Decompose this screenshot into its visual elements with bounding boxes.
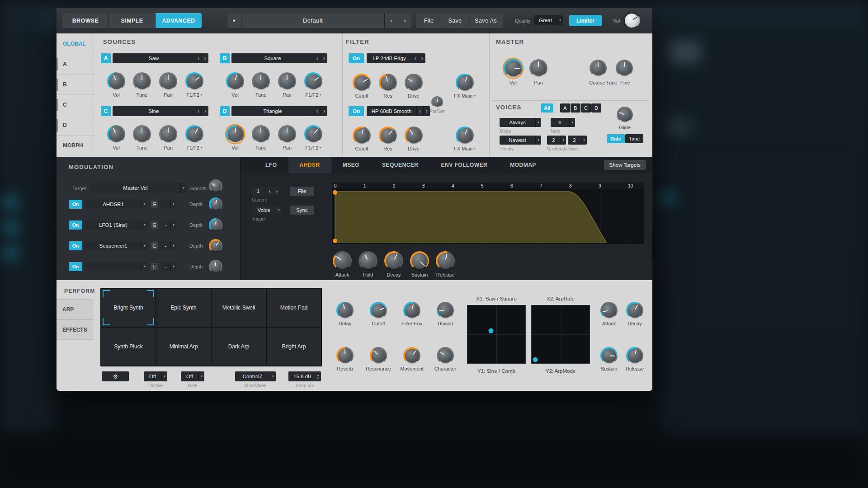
- source-d-f1f2-knob[interactable]: [304, 125, 322, 143]
- file-button[interactable]: File: [416, 13, 442, 28]
- mod-row4-curve-select[interactable]: - ▾: [161, 262, 176, 271]
- voices-num-select[interactable]: 6 ▾: [551, 118, 575, 127]
- filter2-cutoff-knob[interactable]: [353, 127, 371, 145]
- voices-scope-a[interactable]: A: [560, 103, 570, 113]
- source-b-pan-knob[interactable]: [278, 72, 296, 90]
- envelope-ruler[interactable]: 0 1 2 3 4 5 6 7 8 9 10: [332, 183, 644, 189]
- source-b-f1f2-select[interactable]: F1/F2▾: [305, 92, 321, 98]
- quality-select[interactable]: Great ▾: [534, 15, 563, 25]
- filter1-fx-routing-knob[interactable]: [456, 74, 474, 92]
- mod-row2-source-select[interactable]: LFO1 (Sine) ▾: [85, 221, 147, 230]
- tab-modmap[interactable]: MODMAP: [499, 157, 547, 173]
- source-a-tune-knob[interactable]: [133, 72, 151, 90]
- preset-name[interactable]: Default: [241, 13, 384, 28]
- filter2-drive-knob[interactable]: [405, 127, 423, 145]
- xy-dot[interactable]: [533, 357, 538, 362]
- prev-icon[interactable]: ‹: [416, 106, 423, 116]
- source-a-pan-knob[interactable]: [159, 72, 177, 90]
- macro-reverb-knob[interactable]: [336, 347, 354, 364]
- ahdsr-sync-button[interactable]: Sync: [290, 206, 314, 215]
- tab-advanced[interactable]: ADVANCED: [156, 13, 202, 28]
- source-b-f1f2-knob[interactable]: [304, 72, 322, 90]
- master-pan-knob[interactable]: [529, 59, 547, 77]
- filter2-fx-routing-knob[interactable]: [456, 127, 474, 145]
- filter2-fx-select[interactable]: FX Main▾: [454, 146, 475, 151]
- voices-priority-select[interactable]: Newest ▾: [500, 136, 541, 145]
- envelope-shape[interactable]: [335, 192, 606, 242]
- ahdsr-index-value[interactable]: 1: [252, 187, 264, 196]
- tab-lfo[interactable]: LFO: [254, 157, 288, 173]
- mod-row3-source-select[interactable]: Sequencer1 ▾: [85, 241, 147, 250]
- next-icon[interactable]: ›: [423, 106, 430, 116]
- source-b-vol-knob[interactable]: [226, 72, 244, 90]
- prev-icon[interactable]: ‹: [195, 53, 202, 63]
- mod-row2-on-button[interactable]: On: [69, 221, 82, 230]
- glide-rate-button[interactable]: Rate: [607, 134, 625, 143]
- perform-pad[interactable]: Bright Arp: [267, 328, 321, 366]
- source-a-wave-select[interactable]: Saw ‹ ›: [113, 53, 208, 63]
- next-icon[interactable]: ›: [321, 53, 327, 63]
- mod-row1-curve-select[interactable]: - ▾: [161, 200, 176, 209]
- bend-down-select[interactable]: 2 ▾: [568, 136, 587, 145]
- macro-resonance-knob[interactable]: [370, 347, 387, 364]
- source-d-wave-select[interactable]: Triangle ‹ ›: [231, 106, 327, 116]
- macro-movement-knob[interactable]: [403, 347, 420, 364]
- modwheel-select[interactable]: Control7 ▾: [235, 371, 276, 381]
- header-volume-knob[interactable]: [623, 12, 640, 29]
- nav-source-a[interactable]: A: [57, 54, 94, 74]
- macro-filter-env-knob[interactable]: [403, 302, 420, 319]
- voices-mode-select[interactable]: Always ▾: [500, 118, 541, 127]
- filter1-cutoff-knob[interactable]: [353, 74, 371, 92]
- mod-row4-source-select[interactable]: ▾: [85, 262, 147, 271]
- source-d-vol-knob[interactable]: [226, 125, 244, 143]
- perform-decay-knob[interactable]: [626, 302, 643, 319]
- bend-up-select[interactable]: 2 ▾: [547, 136, 566, 145]
- voices-scope-b[interactable]: B: [571, 103, 580, 113]
- mod-row2-curve-select[interactable]: - ▾: [161, 221, 176, 230]
- perform-pad[interactable]: Synth Pluck: [101, 328, 156, 366]
- source-a-vol-knob[interactable]: [107, 72, 125, 90]
- prev-icon[interactable]: ‹: [314, 106, 321, 116]
- next-icon[interactable]: ›: [321, 106, 327, 116]
- source-c-vol-knob[interactable]: [107, 125, 125, 143]
- perform-pad[interactable]: Motion Pad: [267, 289, 321, 327]
- next-icon[interactable]: ›: [419, 53, 425, 63]
- filter2-res-knob[interactable]: [379, 127, 397, 145]
- ahdsr-attack-knob[interactable]: [333, 251, 352, 270]
- mod-row2-edit-button[interactable]: E: [151, 221, 158, 229]
- nav-source-c[interactable]: C: [57, 94, 94, 115]
- mod-row1-depth-knob[interactable]: [209, 197, 222, 211]
- ahdsr-next-button[interactable]: ›: [274, 187, 280, 196]
- xy-pad-2[interactable]: [531, 305, 590, 364]
- mod-row4-edit-button[interactable]: E: [151, 263, 158, 270]
- filter1-type-select[interactable]: LP 24dB Edgy ‹ ›: [367, 53, 425, 63]
- ahdsr-decay-knob[interactable]: [384, 251, 403, 270]
- perform-sustain-knob[interactable]: [600, 347, 618, 364]
- mod-row1-on-button[interactable]: On: [69, 200, 82, 209]
- filter1-res-knob[interactable]: [379, 74, 397, 92]
- source-b-wave-select[interactable]: Square ‹ ›: [231, 53, 327, 63]
- mod-row1-source-select[interactable]: AHDSR1 ▾: [85, 200, 147, 209]
- perform-pad[interactable]: Metallic Swell: [212, 289, 266, 327]
- stepper-arrows[interactable]: ▲▼: [315, 371, 321, 381]
- prev-icon[interactable]: ‹: [412, 53, 419, 63]
- source-a-f1f2-select[interactable]: F1/F2▾: [186, 92, 202, 98]
- source-a-f1f2-knob[interactable]: [185, 72, 203, 90]
- master-fine-tune-knob[interactable]: [616, 60, 633, 77]
- source-c-f1f2-knob[interactable]: [185, 125, 203, 143]
- master-vol-knob[interactable]: [504, 59, 523, 78]
- source-c-tune-knob[interactable]: [133, 125, 151, 143]
- filter1-fx-select[interactable]: FX Main▾: [454, 93, 475, 99]
- mod-row3-curve-select[interactable]: - ▾: [161, 241, 176, 250]
- mod-row4-on-button[interactable]: On: [69, 262, 82, 271]
- mod-target-select[interactable]: Master Vol ▾: [90, 183, 186, 193]
- filter2-type-select[interactable]: HP 60dB Smooth ‹ ›: [367, 106, 430, 116]
- nav-source-b[interactable]: B: [57, 74, 94, 94]
- ahdsr-trigger-select[interactable]: Voice ▾: [252, 206, 282, 215]
- mod-row3-depth-knob[interactable]: [209, 239, 222, 253]
- perform-attack-knob[interactable]: [600, 302, 618, 319]
- preset-prev-button[interactable]: ‹: [385, 13, 398, 28]
- tab-arp[interactable]: ARP: [57, 299, 94, 319]
- perform-pad[interactable]: Epic Synth: [156, 289, 211, 327]
- tab-mseg[interactable]: MSEG: [331, 157, 371, 173]
